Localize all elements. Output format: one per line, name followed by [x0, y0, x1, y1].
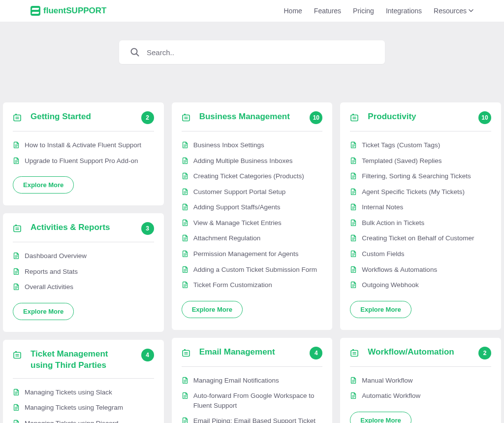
doc-link[interactable]: Dashboard Overview [13, 251, 154, 261]
doc-link-label: Creating Ticket on Behalf of Customer [362, 233, 474, 243]
doc-link[interactable]: Ticket Tags (Custom Tags) [350, 140, 491, 150]
doc-link[interactable]: Email Piping: Email Based Support Ticket [182, 416, 323, 423]
doc-link[interactable]: Agent Specific Tickets (My Tickets) [350, 187, 491, 197]
doc-link[interactable]: Bulk Action in Tickets [350, 218, 491, 228]
doc-link[interactable]: Outgoing Webhook [350, 280, 491, 290]
doc-link[interactable]: Managing Email Notifications [182, 376, 323, 386]
doc-link[interactable]: Internal Notes [350, 202, 491, 212]
doc-link-label: How to Install & Activate Fluent Support [25, 140, 141, 150]
doc-link[interactable]: Managing Tickets using Discord [13, 419, 154, 423]
doc-link[interactable]: Creating Ticket Categories (Products) [182, 171, 323, 181]
document-icon [182, 250, 189, 257]
doc-link-label: Managing Tickets using Telegram [25, 403, 123, 413]
card-email: Email Management4Managing Email Notifica… [172, 338, 333, 423]
card-title: Workflow/Automation [368, 347, 470, 358]
doc-link[interactable]: Managing Tickets using Telegram [13, 403, 154, 413]
doc-link-label: Dashboard Overview [25, 251, 87, 261]
doc-link[interactable]: Customer Support Portal Setup [182, 187, 323, 197]
doc-link-label: Manual Workflow [362, 376, 412, 386]
category-icon [13, 350, 22, 359]
document-icon [182, 377, 189, 384]
card-getting_started: Getting Started2How to Install & Activat… [3, 102, 164, 205]
nav-resources-label: Resources [434, 7, 467, 15]
doc-link[interactable]: Reports and Stats [13, 267, 154, 277]
nav-resources[interactable]: Resources [434, 7, 473, 15]
category-icon [182, 113, 190, 122]
card-title: Ticket Management using Third Parties [31, 349, 132, 371]
doc-link[interactable]: Filtering, Sorting & Searching Tickets [350, 171, 491, 181]
doc-link-label: Overall Activities [25, 282, 73, 292]
count-badge: 2 [141, 111, 154, 124]
nav-features[interactable]: Features [314, 7, 341, 15]
doc-link[interactable]: Adding Support Staffs/Agents [182, 202, 323, 212]
doc-link-label: Ticket Tags (Custom Tags) [362, 140, 440, 150]
doc-link-label: View & Manage Ticket Entries [193, 218, 282, 228]
card-productivity: Productivity10Ticket Tags (Custom Tags)T… [340, 102, 501, 330]
card-title: Email Management [199, 347, 301, 358]
count-badge: 10 [478, 111, 491, 124]
document-icon [350, 281, 357, 288]
doc-link[interactable]: Manual Workflow [350, 376, 491, 386]
card-items: Business Inbox SettingsAdding Multiple B… [182, 140, 323, 290]
doc-link[interactable]: Workflows & Automations [350, 265, 491, 275]
doc-link[interactable]: View & Manage Ticket Entries [182, 218, 323, 228]
doc-link-label: Upgrade to Fluent Support Pro Add-on [25, 156, 138, 166]
doc-link[interactable]: Overall Activities [13, 282, 154, 292]
doc-link-label: Email Piping: Email Based Support Ticket [193, 416, 315, 423]
doc-link-label: Workflows & Automations [362, 265, 437, 275]
search-box[interactable] [119, 40, 385, 64]
doc-link-label: Reports and Stats [25, 267, 78, 277]
document-icon [13, 389, 20, 395]
doc-link[interactable]: Ticket Form Customization [182, 280, 323, 290]
card-column: Getting Started2How to Install & Activat… [3, 102, 164, 423]
card-column: Productivity10Ticket Tags (Custom Tags)T… [340, 102, 501, 423]
doc-link[interactable]: Attachment Regulation [182, 233, 323, 243]
search-band [0, 22, 504, 88]
doc-link[interactable]: Automatic Workflow [350, 391, 491, 401]
doc-link-label: Custom Fields [362, 249, 404, 259]
doc-link[interactable]: Adding a Custom Ticket Submission Form [182, 265, 323, 275]
doc-link[interactable]: How to Install & Activate Fluent Support [13, 140, 154, 150]
category-icon [13, 113, 22, 122]
card-head: Ticket Management using Third Parties4 [13, 349, 154, 379]
doc-link-label: Permission Management for Agents [193, 249, 299, 259]
document-icon [350, 266, 357, 273]
explore-more-button[interactable]: Explore More [350, 301, 411, 318]
doc-link-label: Customer Support Portal Setup [193, 187, 286, 197]
nav-home[interactable]: Home [284, 7, 302, 15]
doc-link[interactable]: Templated (Saved) Replies [350, 156, 491, 166]
explore-more-button[interactable]: Explore More [182, 301, 243, 318]
document-icon [13, 141, 20, 148]
search-input[interactable] [147, 48, 374, 57]
card-workflow: Workflow/Automation2Manual WorkflowAutom… [340, 338, 501, 423]
document-icon [13, 420, 20, 423]
explore-more-button[interactable]: Explore More [350, 412, 411, 423]
doc-link[interactable]: Custom Fields [350, 249, 491, 259]
document-icon [350, 188, 357, 195]
doc-link[interactable]: Creating Ticket on Behalf of Customer [350, 233, 491, 243]
document-icon [182, 417, 189, 423]
logo[interactable]: fluentSUPPORT [31, 6, 106, 16]
primary-nav: Home Features Pricing Integrations Resou… [284, 7, 474, 15]
document-icon [350, 234, 357, 241]
count-badge: 4 [141, 349, 154, 361]
category-icon [350, 113, 359, 122]
document-icon [13, 157, 20, 164]
document-icon [182, 234, 189, 241]
document-icon [13, 283, 20, 290]
explore-more-button[interactable]: Explore More [13, 303, 74, 320]
card-items: Dashboard OverviewReports and StatsOvera… [13, 251, 154, 292]
category-icon [13, 224, 22, 232]
count-badge: 3 [141, 222, 154, 235]
explore-more-button[interactable]: Explore More [13, 176, 74, 194]
doc-link[interactable]: Permission Management for Agents [182, 249, 323, 259]
nav-pricing[interactable]: Pricing [353, 7, 374, 15]
nav-integrations[interactable]: Integrations [386, 7, 422, 15]
doc-link-label: Internal Notes [362, 202, 403, 212]
doc-link[interactable]: Adding Multiple Business Inboxes [182, 156, 323, 166]
doc-link[interactable]: Business Inbox Settings [182, 140, 323, 150]
doc-link[interactable]: Managing Tickets using Slack [13, 388, 154, 397]
doc-link[interactable]: Auto-forward From Google Workspace to Fl… [182, 391, 323, 410]
document-icon [182, 141, 189, 148]
doc-link[interactable]: Upgrade to Fluent Support Pro Add-on [13, 156, 154, 166]
